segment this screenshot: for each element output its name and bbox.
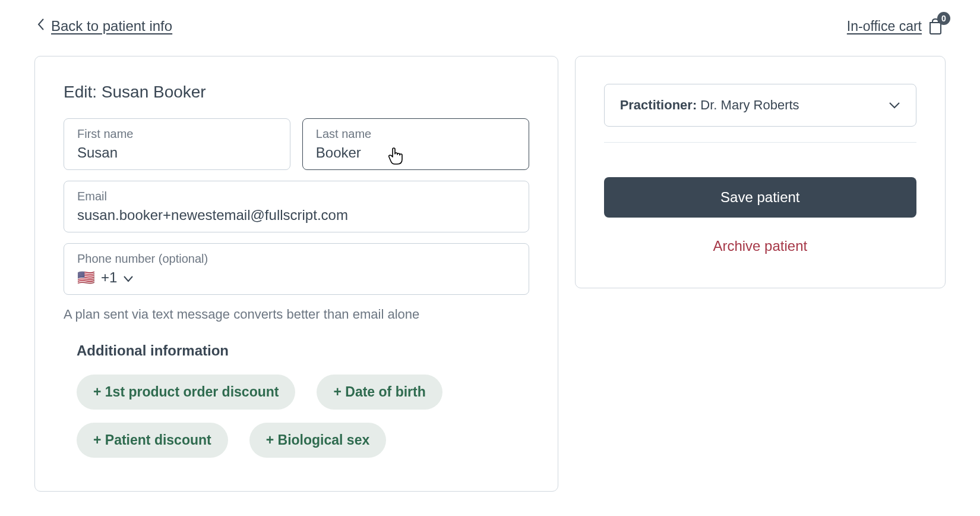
cart-area: In-office cart 0 (847, 18, 943, 34)
first-name-label: First name (77, 127, 277, 141)
additional-info-chips: + 1st product order discount + Date of b… (77, 375, 529, 458)
last-name-input[interactable] (316, 144, 516, 161)
back-to-patient-link[interactable]: Back to patient info (37, 18, 172, 34)
phone-prefix: +1 (101, 269, 117, 286)
practitioner-value: Dr. Mary Roberts (700, 97, 799, 112)
cart-count-badge: 0 (937, 12, 950, 25)
actions-panel: Practitioner: Dr. Mary Roberts Save pati… (575, 56, 946, 288)
content: Edit: Susan Booker First name Last name … (34, 56, 946, 492)
topbar: Back to patient info In-office cart 0 (34, 18, 946, 34)
practitioner-label: Practitioner: (620, 97, 697, 112)
divider (604, 142, 916, 143)
phone-country-selector[interactable]: 🇺🇸 +1 (77, 269, 134, 286)
first-name-field-wrap[interactable]: First name (64, 118, 290, 170)
chevron-left-icon (37, 18, 45, 34)
flag-icon: 🇺🇸 (77, 269, 95, 286)
last-name-field-wrap[interactable]: Last name (302, 118, 529, 170)
email-field-wrap[interactable]: Email (64, 181, 529, 232)
chevron-down-icon (123, 269, 134, 286)
chip-patient-discount[interactable]: + Patient discount (77, 423, 228, 458)
chip-date-of-birth[interactable]: + Date of birth (317, 375, 442, 410)
phone-label: Phone number (optional) (77, 252, 516, 266)
chip-biological-sex[interactable]: + Biological sex (249, 423, 387, 458)
email-label: Email (77, 190, 516, 203)
phone-field-wrap[interactable]: Phone number (optional) 🇺🇸 +1 (64, 243, 529, 295)
practitioner-select[interactable]: Practitioner: Dr. Mary Roberts (604, 84, 916, 127)
phone-helper-text: A plan sent via text message converts be… (64, 307, 529, 322)
in-office-cart-link[interactable]: In-office cart (847, 18, 922, 34)
page-title: Edit: Susan Booker (64, 83, 529, 102)
shopping-bag-icon[interactable]: 0 (928, 18, 943, 34)
chip-first-order-discount[interactable]: + 1st product order discount (77, 375, 295, 410)
archive-patient-link[interactable]: Archive patient (604, 238, 916, 254)
cart-link-label: In-office cart (847, 18, 922, 34)
edit-patient-panel: Edit: Susan Booker First name Last name … (34, 56, 558, 492)
first-name-input[interactable] (77, 144, 277, 161)
save-patient-button[interactable]: Save patient (604, 177, 916, 218)
back-link-label: Back to patient info (51, 18, 172, 34)
email-input[interactable] (77, 207, 516, 224)
last-name-label: Last name (316, 127, 516, 141)
additional-info-title: Additional information (77, 342, 529, 359)
chevron-down-icon (889, 97, 900, 113)
